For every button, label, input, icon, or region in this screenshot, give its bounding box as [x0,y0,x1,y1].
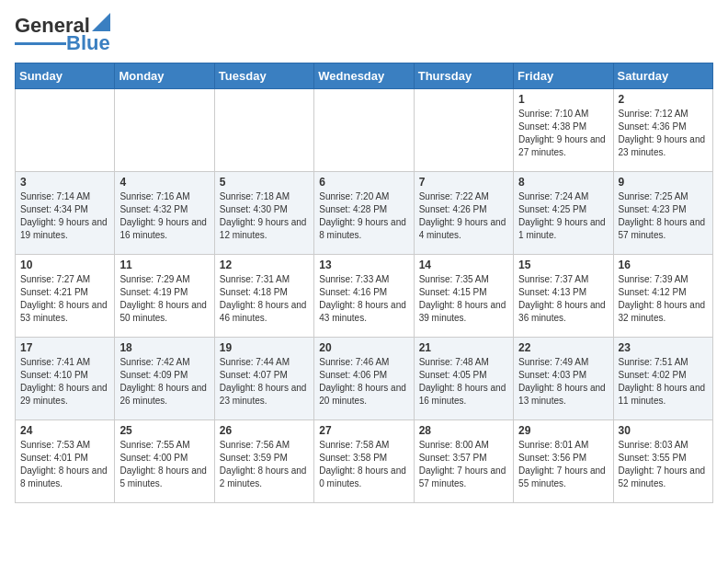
page-header: General Blue [15,15,713,53]
calendar-cell: 8Sunrise: 7:24 AM Sunset: 4:25 PM Daylig… [514,172,613,255]
column-header-monday: Monday [115,63,214,89]
calendar-week-4: 17Sunrise: 7:41 AM Sunset: 4:10 PM Dayli… [16,338,713,420]
day-number: 6 [319,176,408,189]
calendar-cell: 4Sunrise: 7:16 AM Sunset: 4:32 PM Daylig… [115,172,214,255]
day-info: Sunrise: 7:31 AM Sunset: 4:18 PM Dayligh… [220,273,309,325]
calendar-cell [314,89,414,172]
calendar-cell: 10Sunrise: 7:27 AM Sunset: 4:21 PM Dayli… [16,255,115,338]
calendar-cell: 27Sunrise: 7:58 AM Sunset: 3:58 PM Dayli… [314,420,414,503]
calendar-cell [414,89,513,172]
column-header-wednesday: Wednesday [314,63,414,89]
day-info: Sunrise: 7:16 AM Sunset: 4:32 PM Dayligh… [119,190,209,242]
day-number: 16 [619,259,708,271]
day-info: Sunrise: 7:53 AM Sunset: 4:01 PM Dayligh… [20,439,109,490]
day-info: Sunrise: 7:14 AM Sunset: 4:34 PM Dayligh… [20,190,109,242]
day-info: Sunrise: 7:27 AM Sunset: 4:21 PM Dayligh… [20,273,109,325]
calendar-cell: 16Sunrise: 7:39 AM Sunset: 4:12 PM Dayli… [613,255,712,338]
day-number: 7 [419,176,508,189]
day-number: 17 [20,341,109,354]
day-number: 10 [20,259,109,271]
day-info: Sunrise: 7:46 AM Sunset: 4:06 PM Dayligh… [319,356,408,408]
day-info: Sunrise: 7:12 AM Sunset: 4:36 PM Dayligh… [619,108,708,159]
day-info: Sunrise: 7:24 AM Sunset: 4:25 PM Dayligh… [518,190,608,242]
day-info: Sunrise: 7:33 AM Sunset: 4:16 PM Dayligh… [319,273,408,325]
day-info: Sunrise: 7:37 AM Sunset: 4:13 PM Dayligh… [518,273,608,325]
day-number: 19 [220,341,309,354]
calendar-cell: 1Sunrise: 7:10 AM Sunset: 4:38 PM Daylig… [514,89,613,172]
calendar-cell: 7Sunrise: 7:22 AM Sunset: 4:26 PM Daylig… [414,172,513,255]
calendar-cell: 9Sunrise: 7:25 AM Sunset: 4:23 PM Daylig… [613,172,712,255]
calendar-table: SundayMondayTuesdayWednesdayThursdayFrid… [15,63,713,503]
calendar-cell: 6Sunrise: 7:20 AM Sunset: 4:28 PM Daylig… [314,172,414,255]
calendar-header-row: SundayMondayTuesdayWednesdayThursdayFrid… [16,63,713,89]
calendar-cell: 19Sunrise: 7:44 AM Sunset: 4:07 PM Dayli… [214,338,313,420]
day-number: 28 [419,424,508,437]
calendar-cell: 17Sunrise: 7:41 AM Sunset: 4:10 PM Dayli… [16,338,115,420]
calendar-cell: 14Sunrise: 7:35 AM Sunset: 4:15 PM Dayli… [414,255,513,338]
calendar-cell: 12Sunrise: 7:31 AM Sunset: 4:18 PM Dayli… [214,255,313,338]
day-info: Sunrise: 7:58 AM Sunset: 3:58 PM Dayligh… [319,439,408,490]
calendar-cell: 11Sunrise: 7:29 AM Sunset: 4:19 PM Dayli… [115,255,214,338]
calendar-cell: 26Sunrise: 7:56 AM Sunset: 3:59 PM Dayli… [214,420,313,503]
calendar-cell: 23Sunrise: 7:51 AM Sunset: 4:02 PM Dayli… [613,338,712,420]
calendar-cell: 20Sunrise: 7:46 AM Sunset: 4:06 PM Dayli… [314,338,414,420]
day-info: Sunrise: 8:03 AM Sunset: 3:55 PM Dayligh… [619,439,708,490]
day-info: Sunrise: 7:18 AM Sunset: 4:30 PM Dayligh… [220,190,309,242]
calendar-cell: 21Sunrise: 7:48 AM Sunset: 4:05 PM Dayli… [414,338,513,420]
day-number: 22 [518,341,608,354]
calendar-cell: 25Sunrise: 7:55 AM Sunset: 4:00 PM Dayli… [115,420,214,503]
column-header-friday: Friday [514,63,613,89]
day-info: Sunrise: 7:41 AM Sunset: 4:10 PM Dayligh… [20,356,109,408]
day-number: 30 [619,424,708,437]
column-header-saturday: Saturday [613,63,712,89]
calendar-cell: 29Sunrise: 8:01 AM Sunset: 3:56 PM Dayli… [514,420,613,503]
day-number: 9 [619,176,708,189]
day-number: 27 [319,424,408,437]
day-number: 24 [20,424,109,437]
column-header-sunday: Sunday [16,63,115,89]
day-number: 4 [119,176,209,189]
day-number: 11 [119,259,209,271]
day-info: Sunrise: 7:25 AM Sunset: 4:23 PM Dayligh… [619,190,708,242]
calendar-cell: 30Sunrise: 8:03 AM Sunset: 3:55 PM Dayli… [613,420,712,503]
column-header-thursday: Thursday [414,63,513,89]
day-info: Sunrise: 7:51 AM Sunset: 4:02 PM Dayligh… [619,356,708,408]
day-info: Sunrise: 7:20 AM Sunset: 4:28 PM Dayligh… [319,190,408,242]
day-info: Sunrise: 7:42 AM Sunset: 4:09 PM Dayligh… [119,356,209,408]
day-number: 13 [319,259,408,271]
day-info: Sunrise: 7:55 AM Sunset: 4:00 PM Dayligh… [119,439,209,490]
calendar-cell: 3Sunrise: 7:14 AM Sunset: 4:34 PM Daylig… [16,172,115,255]
day-number: 5 [220,176,309,189]
day-number: 26 [220,424,309,437]
calendar-cell: 28Sunrise: 8:00 AM Sunset: 3:57 PM Dayli… [414,420,513,503]
calendar-week-1: 1Sunrise: 7:10 AM Sunset: 4:38 PM Daylig… [16,89,713,172]
calendar-week-5: 24Sunrise: 7:53 AM Sunset: 4:01 PM Dayli… [16,420,713,503]
day-number: 18 [119,341,209,354]
day-info: Sunrise: 7:10 AM Sunset: 4:38 PM Dayligh… [518,108,608,159]
calendar-cell: 5Sunrise: 7:18 AM Sunset: 4:30 PM Daylig… [214,172,313,255]
logo-arrow-icon [92,13,110,31]
calendar-cell [16,89,115,172]
logo-text: General [15,15,90,37]
day-number: 29 [518,424,608,437]
calendar-cell: 18Sunrise: 7:42 AM Sunset: 4:09 PM Dayli… [115,338,214,420]
day-number: 1 [518,93,608,106]
calendar-cell [214,89,313,172]
day-number: 20 [319,341,408,354]
day-number: 12 [220,259,309,271]
calendar-cell: 15Sunrise: 7:37 AM Sunset: 4:13 PM Dayli… [514,255,613,338]
calendar-cell [115,89,214,172]
day-info: Sunrise: 7:44 AM Sunset: 4:07 PM Dayligh… [220,356,309,408]
day-number: 23 [619,341,708,354]
day-info: Sunrise: 7:29 AM Sunset: 4:19 PM Dayligh… [119,273,209,325]
calendar-week-3: 10Sunrise: 7:27 AM Sunset: 4:21 PM Dayli… [16,255,713,338]
day-info: Sunrise: 7:56 AM Sunset: 3:59 PM Dayligh… [220,439,309,490]
day-number: 15 [518,259,608,271]
day-info: Sunrise: 7:48 AM Sunset: 4:05 PM Dayligh… [419,356,508,408]
day-number: 2 [619,93,708,106]
day-info: Sunrise: 7:22 AM Sunset: 4:26 PM Dayligh… [419,190,508,242]
calendar-cell: 13Sunrise: 7:33 AM Sunset: 4:16 PM Dayli… [314,255,414,338]
calendar-cell: 2Sunrise: 7:12 AM Sunset: 4:36 PM Daylig… [613,89,712,172]
day-number: 25 [119,424,209,437]
day-number: 8 [518,176,608,189]
